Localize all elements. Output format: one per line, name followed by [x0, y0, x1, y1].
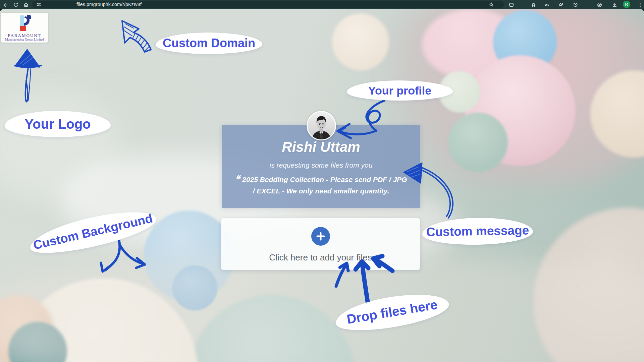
- request-subtitle: is requesting some files from you: [222, 161, 420, 169]
- logo-name: PARAMOUNT: [1, 33, 48, 38]
- file-drop-zone[interactable]: Click here to add your files: [221, 218, 420, 270]
- logo-subname: Manufacturing Group Limited: [1, 38, 48, 41]
- quote-icon: ❝: [235, 174, 240, 184]
- paramount-logo-mark: [18, 15, 31, 32]
- company-logo: PARAMOUNT Manufacturing Group Limited: [1, 13, 48, 43]
- drop-zone-label: Click here to add your files: [221, 252, 420, 263]
- incognito-icon[interactable]: [530, 1, 537, 8]
- password-key-icon[interactable]: [543, 1, 550, 8]
- history-icon[interactable]: [572, 1, 579, 8]
- request-message-text: 2025 Bedding Collection - Please send PD…: [242, 176, 407, 195]
- custom-domain-arrow: [122, 21, 151, 52]
- url-bar[interactable]: files.pmgrouphk.com/r/pKzIv8f: [32, 1, 504, 8]
- side-panel-icon[interactable]: [507, 1, 515, 8]
- bookmark-star-icon[interactable]: [487, 1, 495, 8]
- home-icon[interactable]: [22, 1, 30, 8]
- menu-kebab-icon[interactable]: [636, 1, 644, 8]
- file-request-page: PARAMOUNT Manufacturing Group Limited: [0, 9, 644, 362]
- annotation-your-logo: Your Logo: [5, 111, 111, 137]
- reload-icon[interactable]: [12, 1, 19, 8]
- requester-name: Rishi Uttam: [222, 139, 420, 155]
- annotation-your-profile: Your profile: [347, 80, 453, 101]
- file-request-card: Rishi Uttam is requesting some files fro…: [222, 125, 420, 208]
- starred-bookmarks-icon[interactable]: [557, 1, 565, 8]
- downloads-icon[interactable]: [611, 1, 618, 8]
- toolbar-separator: [587, 2, 587, 7]
- back-icon[interactable]: [1, 1, 9, 8]
- plus-icon: [316, 232, 325, 241]
- profile-avatar[interactable]: R: [623, 1, 630, 8]
- annotation-custom-domain: Custom Domain: [156, 33, 262, 54]
- eco-leaf-icon[interactable]: [596, 1, 603, 8]
- site-settings-icon[interactable]: [35, 1, 42, 8]
- request-message: ❝2025 Bedding Collection - Please send P…: [234, 173, 408, 197]
- add-files-button[interactable]: [311, 227, 330, 246]
- requester-avatar: [307, 111, 336, 140]
- url-text[interactable]: files.pmgrouphk.com/r/pKzIv8f: [76, 1, 142, 8]
- browser-toolbar: files.pmgrouphk.com/r/pKzIv8f R: [0, 0, 644, 9]
- requester-portrait: [308, 112, 335, 139]
